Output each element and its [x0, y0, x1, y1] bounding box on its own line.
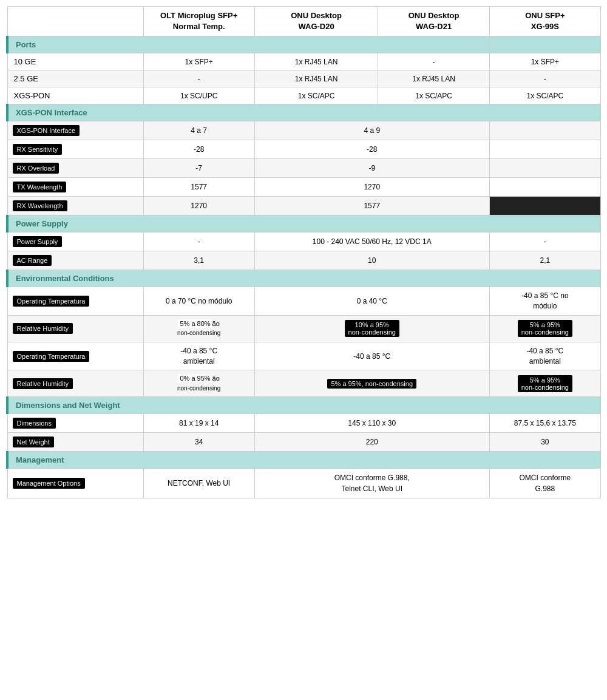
- rx-wavelength-badge: RX Wavelength: [13, 200, 67, 211]
- col4-dimensions: 87.5 x 15.6 x 13.75: [489, 414, 600, 433]
- col1-tx-wavelength: 1577: [143, 178, 254, 197]
- rx-sensitivity-badge: RX Sensitivity: [13, 144, 63, 155]
- col4-tx-wavelength: [489, 178, 600, 197]
- col1-25ge: -: [143, 70, 254, 87]
- col1-op-temp-1: 0 a 70 °C no módulo: [143, 287, 254, 316]
- rel-humidity-2-badge: Relative Humidity: [13, 378, 73, 389]
- spec-table-container: OLT Microplug SFP+Normal Temp. ONU Deskt…: [6, 6, 601, 498]
- col4-op-temp-1: -40 a 85 °C nomódulo: [489, 287, 600, 316]
- col4-power-supply: -: [489, 233, 600, 251]
- col3-10ge: -: [378, 53, 489, 70]
- col4-rx-sensitivity: [489, 140, 600, 159]
- xgspon-iface-badge: XGS-PON Interface: [13, 125, 80, 136]
- row-10ge: 10 GE 1x SFP+ 1x RJ45 LAN - 1x SFP+: [7, 53, 601, 70]
- col23-ac-range: 10: [254, 251, 489, 270]
- power-supply-label: Power Supply: [7, 216, 601, 233]
- col23-op-temp-2: -40 a 85 °C: [254, 342, 489, 370]
- col1-ac-range: 3,1: [143, 251, 254, 270]
- label-net-weight: Net Weight: [7, 433, 143, 452]
- col3-25ge: 1x RJ45 LAN: [378, 70, 489, 87]
- label-rx-sensitivity: RX Sensitivity: [7, 140, 143, 159]
- row-xgspon-iface: XGS-PON Interface 4 a 7 4 a 9: [7, 121, 601, 140]
- col1-xgspon-iface: 4 a 7: [143, 121, 254, 140]
- col23-management-options: OMCI conforme G.988,Telnet CLI, Web UI: [254, 469, 489, 498]
- label-dimensions: Dimensions: [7, 414, 143, 433]
- col2-xgspon-ports: 1x SC/APC: [254, 87, 378, 104]
- ac-range-badge: AC Range: [13, 255, 52, 266]
- row-rel-humidity-1: Relative Humidity 5% a 80%ão non-condens…: [7, 315, 601, 342]
- ports-col4: [489, 36, 600, 53]
- col4-management-options: OMCI conformeG.988: [489, 469, 600, 498]
- env-conditions-label: Environmental Conditions: [7, 270, 601, 287]
- label-rel-humidity-1: Relative Humidity: [7, 315, 143, 342]
- power-supply-badge: Power Supply: [13, 236, 63, 247]
- col23-rx-wavelength: 1577: [254, 197, 489, 216]
- col2-25ge: 1x RJ45 LAN: [254, 70, 378, 87]
- section-ports: Ports: [7, 36, 601, 53]
- col4-xgspon-ports: 1x SC/APC: [489, 87, 600, 104]
- row-xgspon-ports: XGS-PON 1x SC/UPC 1x SC/APC 1x SC/APC 1x…: [7, 87, 601, 104]
- col4-rx-overload: [489, 159, 600, 178]
- col3-header: ONU DesktopWAG-D21: [378, 7, 489, 36]
- row-op-temp-1: Operating Temperatura 0 a 70 °C no módul…: [7, 287, 601, 316]
- row-dimensions: Dimensions 81 x 19 x 14 145 x 110 x 30 8…: [7, 414, 601, 433]
- dimensions-badge: Dimensions: [13, 418, 56, 429]
- label-rx-overload: RX Overload: [7, 159, 143, 178]
- col4-xgspon-iface: [489, 121, 600, 140]
- section-env-conditions: Environmental Conditions: [7, 270, 601, 287]
- row-rx-overload: RX Overload -7 -9: [7, 159, 601, 178]
- xgspon-interface-label: XGS-PON Interface: [7, 104, 601, 121]
- spec-table: OLT Microplug SFP+Normal Temp. ONU Deskt…: [6, 6, 601, 498]
- label-power-supply-row: Power Supply: [7, 233, 143, 251]
- col1-header: OLT Microplug SFP+Normal Temp.: [143, 7, 254, 36]
- section-power-supply: Power Supply: [7, 216, 601, 233]
- col23-dimensions: 145 x 110 x 30: [254, 414, 489, 433]
- management-options-badge: Management Options: [13, 478, 85, 489]
- col23-rx-sensitivity: -28: [254, 140, 489, 159]
- col4-10ge: 1x SFP+: [489, 53, 600, 70]
- rx-overload-badge: RX Overload: [13, 163, 59, 174]
- row-net-weight: Net Weight 34 220 30: [7, 433, 601, 452]
- col1-rel-humidity-1: 5% a 80%ão non-condensing: [143, 315, 254, 342]
- col4-op-temp-2: -40 a 85 °Cambiental: [489, 342, 600, 370]
- col4-header: ONU SFP+XG-99S: [489, 7, 600, 36]
- label-tx-wavelength: TX Wavelength: [7, 178, 143, 197]
- row-management-options: Management Options NETCONF, Web UI OMCI …: [7, 469, 601, 498]
- row-op-temp-2: Operating Temperatura -40 a 85 °Cambient…: [7, 342, 601, 370]
- col23-rel-humidity-2: 5% a 95%, non-condensing: [254, 370, 489, 397]
- col23-power-supply: 100 - 240 VAC 50/60 Hz, 12 VDC 1A: [254, 233, 489, 251]
- col0-header: [7, 7, 143, 36]
- col4-rel-humidity-1: 5% a 95%non-condensing: [489, 315, 600, 342]
- row-25ge: 2.5 GE - 1x RJ45 LAN 1x RJ45 LAN -: [7, 70, 601, 87]
- tx-wavelength-badge: TX Wavelength: [13, 182, 67, 192]
- section-dimensions: Dimensions and Net Weight: [7, 397, 601, 414]
- col23-rx-overload: -9: [254, 159, 489, 178]
- rel-humidity-1-badge: Relative Humidity: [13, 323, 73, 334]
- dimensions-label: Dimensions and Net Weight: [7, 397, 601, 414]
- col4-rx-wavelength: [489, 197, 600, 216]
- section-management: Management: [7, 452, 601, 469]
- col1-rx-wavelength: 1270: [143, 197, 254, 216]
- label-xgspon-iface: XGS-PON Interface: [7, 121, 143, 140]
- col1-op-temp-2: -40 a 85 °Cambiental: [143, 342, 254, 370]
- management-label: Management: [7, 452, 601, 469]
- col23-net-weight: 220: [254, 433, 489, 452]
- col1-dimensions: 81 x 19 x 14: [143, 414, 254, 433]
- row-power-supply: Power Supply - 100 - 240 VAC 50/60 Hz, 1…: [7, 233, 601, 251]
- label-rel-humidity-2: Relative Humidity: [7, 370, 143, 397]
- row-ac-range: AC Range 3,1 10 2,1: [7, 251, 601, 270]
- net-weight-badge: Net Weight: [13, 437, 54, 447]
- label-10ge: 10 GE: [7, 53, 143, 70]
- col1-rx-overload: -7: [143, 159, 254, 178]
- label-rx-wavelength: RX Wavelength: [7, 197, 143, 216]
- col3-xgspon-ports: 1x SC/APC: [378, 87, 489, 104]
- label-op-temp-2: Operating Temperatura: [7, 342, 143, 370]
- label-ac-range: AC Range: [7, 251, 143, 270]
- label-op-temp-1: Operating Temperatura: [7, 287, 143, 316]
- col4-rel-humidity-2: 5% a 95%non-condensing: [489, 370, 600, 397]
- op-temp-1-badge: Operating Temperatura: [13, 296, 90, 307]
- col1-net-weight: 34: [143, 433, 254, 452]
- col1-10ge: 1x SFP+: [143, 53, 254, 70]
- column-header-row: OLT Microplug SFP+Normal Temp. ONU Deskt…: [7, 7, 601, 36]
- col1-rx-sensitivity: -28: [143, 140, 254, 159]
